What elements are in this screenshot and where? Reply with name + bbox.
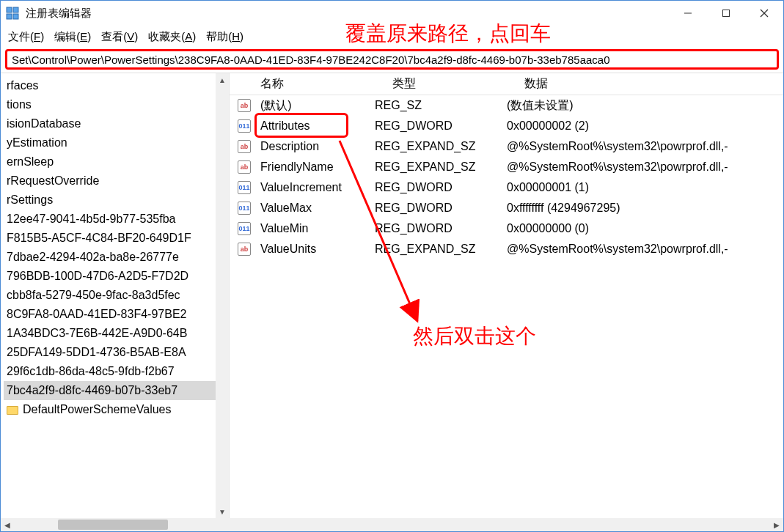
- table-row[interactable]: 011AttributesREG_DWORD0x00000002 (2): [230, 116, 783, 136]
- tree-item-label: ernSleep: [7, 155, 54, 168]
- cell-type: REG_SZ: [367, 99, 499, 112]
- cell-name: Description: [253, 140, 367, 153]
- cell-type: REG_EXPAND_SZ: [367, 243, 499, 256]
- col-header-type[interactable]: 类型: [385, 76, 517, 92]
- tree-item-label: cbb8fa-5279-450e-9fac-8a3d5fec: [7, 289, 180, 301]
- annotation-mid: 然后双击这个: [413, 322, 536, 350]
- window-title: 注册表编辑器: [26, 7, 92, 21]
- tree-item[interactable]: 1A34BDC3-7E6B-442E-A9D0-64B: [4, 324, 229, 343]
- scroll-left-icon[interactable]: ◀: [1, 521, 14, 529]
- cell-name: ValueMin: [253, 222, 367, 235]
- tree-item[interactable]: 25DFA149-5DD1-4736-B5AB-E8A: [4, 343, 229, 362]
- binary-value-icon: 011: [238, 202, 251, 215]
- tree-item-label: 12ee47-9041-4b5d-9b77-535fba: [7, 213, 175, 225]
- tree-item[interactable]: 7bc4a2f9-d8fc-4469-b07b-33eb7: [4, 381, 229, 400]
- titlebar: 注册表编辑器: [1, 1, 783, 26]
- cell-data: @%SystemRoot%\system32\powrprof.dll,-: [499, 243, 783, 256]
- window-buttons: [669, 1, 783, 26]
- tree-item[interactable]: isionDatabase: [4, 114, 229, 133]
- table-row[interactable]: ab(默认)REG_SZ(数值未设置): [230, 95, 783, 116]
- list-header: 名称 类型 数据: [230, 73, 783, 95]
- binary-value-icon: 011: [238, 222, 251, 235]
- tree-item-label: DefaultPowerSchemeValues: [23, 403, 171, 415]
- cell-name: Attributes: [253, 119, 367, 133]
- address-bar[interactable]: Set\Control\Power\PowerSettings\238C9FA8…: [5, 49, 779, 70]
- tree-item-label: rfaces: [7, 79, 39, 92]
- tree-item[interactable]: tions: [4, 95, 229, 114]
- cell-name: (默认): [253, 98, 367, 114]
- col-header-name[interactable]: 名称: [253, 76, 385, 92]
- scroll-up-icon[interactable]: ▲: [219, 73, 226, 86]
- tree-item[interactable]: 7dbae2-4294-402a-ba8e-26777e: [4, 248, 229, 267]
- address-path: Set\Control\Power\PowerSettings\238C9FA8…: [12, 53, 610, 66]
- tree-item-label: 1A34BDC3-7E6B-442E-A9D0-64B: [7, 327, 187, 339]
- cell-data: 0x00000000 (0): [499, 222, 783, 235]
- string-value-icon: ab: [238, 140, 251, 153]
- tree-item[interactable]: 12ee47-9041-4b5d-9b77-535fba: [4, 210, 229, 229]
- table-row[interactable]: abFriendlyNameREG_EXPAND_SZ@%SystemRoot%…: [230, 157, 783, 177]
- cell-data: @%SystemRoot%\system32\powrprof.dll,-: [499, 140, 783, 153]
- cell-name: ValueIncrement: [253, 181, 367, 194]
- svg-rect-0: [7, 7, 12, 12]
- tree-item-label: 796BDB-100D-47D6-A2D5-F7D2D: [7, 270, 188, 282]
- tree-item[interactable]: 29f6c1db-86da-48c5-9fdb-f2b67: [4, 362, 229, 381]
- tree-item-label: F815B5-A5CF-4C84-BF20-649D1F: [7, 232, 191, 244]
- tree-item[interactable]: ernSleep: [4, 152, 229, 171]
- tree-item-label: tions: [7, 98, 32, 111]
- menu-help[interactable]: 帮助(H): [206, 30, 243, 44]
- list-panel: 名称 类型 数据 ab(默认)REG_SZ(数值未设置)011Attribute…: [230, 73, 783, 518]
- app-icon: [5, 6, 20, 21]
- hscroll-thumb[interactable]: [58, 520, 168, 530]
- svg-rect-3: [13, 14, 18, 19]
- svg-rect-5: [723, 10, 730, 17]
- table-row[interactable]: 011ValueIncrementREG_DWORD0x00000001 (1): [230, 177, 783, 198]
- col-header-data[interactable]: 数据: [517, 76, 783, 92]
- svg-rect-1: [13, 7, 18, 12]
- menu-favorites[interactable]: 收藏夹(A): [148, 30, 196, 44]
- table-row[interactable]: 011ValueMaxREG_DWORD0xffffffff (42949672…: [230, 198, 783, 218]
- tree-item[interactable]: 8C9FA8-0AAD-41ED-83F4-97BE2: [4, 305, 229, 324]
- minimize-button[interactable]: [669, 1, 707, 26]
- binary-value-icon: 011: [238, 181, 251, 194]
- hscrollbar[interactable]: ◀ ▶: [1, 518, 783, 531]
- cell-name: ValueMax: [253, 202, 367, 215]
- cell-data: (数值未设置): [499, 98, 783, 114]
- tree-item-label: rRequestOverride: [7, 174, 99, 187]
- maximize-button[interactable]: [707, 1, 745, 26]
- string-value-icon: ab: [238, 243, 251, 256]
- tree-item[interactable]: rRequestOverride: [4, 171, 229, 191]
- cell-data: 0x00000001 (1): [499, 181, 783, 194]
- close-button[interactable]: [745, 1, 783, 26]
- cell-name: ValueUnits: [253, 243, 367, 256]
- tree-item-label: 8C9FA8-0AAD-41ED-83F4-97BE2: [7, 308, 186, 320]
- tree-item[interactable]: cbb8fa-5279-450e-9fac-8a3d5fec: [4, 286, 229, 305]
- scroll-down-icon[interactable]: ▼: [219, 505, 226, 518]
- tree-item-label: 29f6c1db-86da-48c5-9fdb-f2b67: [7, 365, 175, 377]
- tree-item[interactable]: F815B5-A5CF-4C84-BF20-649D1F: [4, 229, 229, 248]
- tree-item[interactable]: DefaultPowerSchemeValues: [4, 400, 229, 419]
- menu-view[interactable]: 查看(V): [101, 30, 138, 44]
- tree-item-label: 7dbae2-4294-402a-ba8e-26777e: [7, 251, 179, 263]
- cell-data: 0x00000002 (2): [499, 119, 783, 133]
- tree-item-label: isionDatabase: [7, 117, 81, 130]
- cell-type: REG_DWORD: [367, 181, 499, 194]
- table-row[interactable]: 011ValueMinREG_DWORD0x00000000 (0): [230, 218, 783, 239]
- tree-item[interactable]: rfaces: [4, 76, 229, 95]
- cell-data: @%SystemRoot%\system32\powrprof.dll,-: [499, 160, 783, 174]
- table-row[interactable]: abDescriptionREG_EXPAND_SZ@%SystemRoot%\…: [230, 136, 783, 157]
- cell-name: FriendlyName: [253, 160, 367, 174]
- table-row[interactable]: abValueUnitsREG_EXPAND_SZ@%SystemRoot%\s…: [230, 239, 783, 259]
- tree-item[interactable]: yEstimation: [4, 133, 229, 152]
- cell-type: REG_DWORD: [367, 202, 499, 215]
- tree-item[interactable]: 796BDB-100D-47D6-A2D5-F7D2D: [4, 267, 229, 286]
- scroll-right-icon[interactable]: ▶: [770, 521, 783, 529]
- window-root: 注册表编辑器 覆盖原来路径，点回车 文件(F) 编辑(E) 查看(V) 收藏夹(…: [0, 0, 784, 532]
- tree-item-label: yEstimation: [7, 136, 67, 149]
- tree-panel: rfacestionsisionDatabaseyEstimationernSl…: [1, 73, 230, 518]
- cell-type: REG_DWORD: [367, 222, 499, 235]
- tree-item[interactable]: rSettings: [4, 191, 229, 210]
- menu-file[interactable]: 文件(F): [8, 30, 44, 44]
- tree-vscrollbar[interactable]: ▲ ▼: [216, 73, 229, 518]
- cell-type: REG_EXPAND_SZ: [367, 140, 499, 153]
- menu-edit[interactable]: 编辑(E): [54, 30, 91, 44]
